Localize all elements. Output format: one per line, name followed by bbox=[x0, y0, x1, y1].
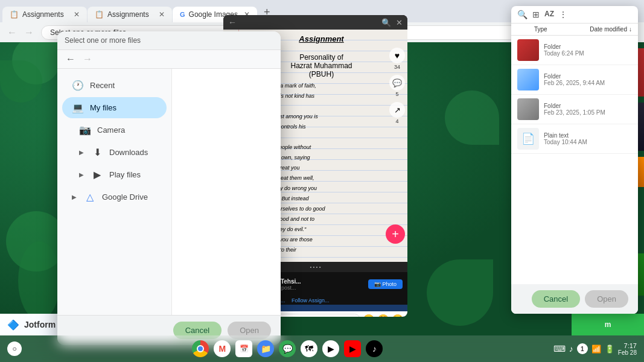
item3-thumb bbox=[517, 98, 539, 120]
item2-thumb bbox=[517, 69, 539, 91]
item4-thumb: 📄 bbox=[517, 128, 539, 150]
files-icon: 📁 bbox=[257, 340, 274, 357]
back-button[interactable]: ← bbox=[5, 26, 19, 39]
taskbar-chrome[interactable] bbox=[191, 339, 210, 358]
gp-list-item-3[interactable]: Folder Feb 23, 2025, 1:05 PM bbox=[511, 95, 638, 124]
item3-date: Feb 23, 2025, 1:05 PM bbox=[544, 109, 632, 116]
gp-spacer bbox=[511, 160, 638, 284]
taskbar-files[interactable]: 📁 bbox=[256, 339, 275, 358]
sidebar-item-camera[interactable]: 📷 Camera bbox=[62, 119, 167, 141]
sort-arrow-icon: ↓ bbox=[629, 26, 632, 33]
gp-footer: Cancel Open bbox=[511, 284, 638, 314]
comment-action[interactable]: 💬 5 bbox=[389, 75, 405, 97]
gp-list-item-4[interactable]: 📄 Plain text Today 10:44 AM bbox=[511, 124, 638, 154]
google-files-panel: 🔍 ⊞ AZ ⋮ Type Date modified ↓ Folder Tod… bbox=[511, 6, 638, 314]
taskbar-play[interactable]: ▶ bbox=[321, 339, 340, 358]
forward-button[interactable]: → bbox=[22, 26, 36, 39]
tab1-close[interactable]: ✕ bbox=[74, 10, 80, 19]
my-files-icon: 💻 bbox=[72, 102, 84, 113]
tiktok-icon: ♪ bbox=[366, 340, 383, 357]
item1-date: Today 6:24 PM bbox=[544, 50, 632, 57]
browser-tab-2[interactable]: 📋 Assignments ✕ bbox=[88, 7, 172, 22]
gp-list-item-1[interactable]: Folder Today 6:24 PM bbox=[511, 36, 638, 65]
share-action[interactable]: ↗ 4 bbox=[389, 102, 405, 124]
jotform-icon: 🔷 bbox=[7, 319, 19, 331]
sidebar-item-google-drive[interactable]: ▶ △ Google Drive bbox=[62, 186, 167, 208]
sound-icon[interactable]: ♪ bbox=[569, 344, 573, 354]
sidebar-item-recent[interactable]: 🕐 Recent bbox=[62, 75, 167, 96]
sidebar-item-downloads[interactable]: ▶ ⬇ Downloads bbox=[62, 142, 167, 163]
date-display: Feb 28 bbox=[618, 349, 637, 356]
sidebar-item-camera-label: Camera bbox=[97, 125, 125, 135]
keyboard-icon[interactable]: ⌨ bbox=[553, 344, 566, 354]
clover-decor-6 bbox=[427, 259, 493, 326]
item4-type: Plain text bbox=[544, 132, 632, 139]
sidebar-item-my-files-label: My files bbox=[90, 103, 116, 112]
green-btn-label: m bbox=[605, 320, 611, 329]
emoji-laugh[interactable]: 😂 bbox=[392, 314, 404, 317]
green-action-btn[interactable]: m bbox=[572, 314, 644, 335]
tab3-favicon: G bbox=[180, 11, 185, 18]
share-icon: ↗ bbox=[389, 102, 405, 118]
add-fab-button[interactable]: + bbox=[386, 224, 405, 244]
taskbar-calendar[interactable]: 📅 bbox=[234, 339, 253, 358]
dialog-title: Select one or more files bbox=[65, 36, 141, 45]
notification-badge[interactable]: 1 bbox=[577, 343, 588, 354]
taskbar-right: ⌨ ♪ 1 📶 🔋 7:17 Feb 28 bbox=[553, 342, 637, 356]
gp-toolbar: 🔍 ⊞ AZ ⋮ bbox=[511, 6, 638, 24]
gp-list-item-2[interactable]: Folder Feb 26, 2025, 9:44 AM bbox=[511, 65, 638, 95]
gp-file-list: Folder Today 6:24 PM Folder Feb 26, 2025… bbox=[511, 36, 638, 160]
emoji-heart-eyes[interactable]: 😍 bbox=[377, 314, 389, 317]
fp-nav-row: ← → bbox=[57, 50, 281, 69]
downloads-expand-arrow: ▶ bbox=[79, 149, 84, 156]
maps-icon: 🗺 bbox=[301, 340, 317, 357]
tab2-label: Assignments bbox=[107, 10, 149, 19]
battery-icon: 🔋 bbox=[605, 345, 614, 354]
taskbar-tiktok[interactable]: ♪ bbox=[365, 339, 384, 358]
photo-follow-button[interactable]: 📷 Photo bbox=[368, 279, 403, 289]
messages-icon: 💬 bbox=[279, 340, 296, 357]
taskbar-messages[interactable]: 💬 bbox=[278, 339, 297, 358]
taskbar-left: ○ bbox=[7, 341, 22, 356]
fp-sidebar: 🕐 Recent 💻 My files 📷 Camera ▶ ⬇ Downloa… bbox=[57, 69, 172, 315]
clover-decor-2 bbox=[0, 60, 42, 103]
taskbar-maps[interactable]: 🗺 bbox=[299, 339, 319, 358]
fp-main-area bbox=[172, 69, 281, 315]
tab2-favicon: 📋 bbox=[95, 10, 104, 19]
search-icon[interactable]: 🔍 bbox=[517, 10, 528, 19]
browser-tab-1[interactable]: 📋 Assignments ✕ bbox=[2, 7, 87, 22]
grid-icon[interactable]: ⊞ bbox=[532, 10, 540, 19]
gp-open-button[interactable]: Open bbox=[585, 290, 628, 308]
sidebar-item-play-files[interactable]: ▶ ▶ Play files bbox=[62, 164, 167, 185]
overlay-topbar: ← 🔍 ✕ bbox=[223, 15, 407, 30]
fp-back-button[interactable]: ← bbox=[62, 52, 79, 66]
chrome-circle-icon[interactable]: ○ bbox=[7, 341, 22, 356]
fp-forward-button[interactable]: → bbox=[79, 52, 96, 66]
drive-icon: △ bbox=[84, 191, 96, 203]
taskbar-center: M 📅 📁 💬 🗺 ▶ ▶ ♪ bbox=[191, 339, 384, 358]
overlay-search-button[interactable]: 🔍 bbox=[381, 18, 391, 27]
overlay-close-button[interactable]: ✕ bbox=[396, 18, 403, 27]
youtube-icon: ▶ bbox=[344, 340, 361, 357]
overlay-back-button[interactable]: ← bbox=[228, 17, 237, 27]
like-action[interactable]: ♥ 34 bbox=[389, 48, 405, 70]
sort-az-icon[interactable]: AZ bbox=[544, 10, 554, 19]
emoji-smile[interactable]: 😊 bbox=[363, 314, 375, 317]
follow-assign-link[interactable]: Follow Assign... bbox=[292, 297, 330, 303]
play-icon: ▶ bbox=[322, 340, 339, 357]
chrome-icon bbox=[192, 340, 209, 357]
taskbar-youtube[interactable]: ▶ bbox=[343, 339, 362, 358]
clover-decor-4 bbox=[18, 241, 60, 320]
gp-cancel-button[interactable]: Cancel bbox=[532, 290, 580, 308]
taskbar-gmail[interactable]: M bbox=[212, 339, 232, 358]
overlay-controls: 🔍 ✕ bbox=[381, 18, 403, 27]
tab2-close[interactable]: ✕ bbox=[159, 10, 165, 19]
more-icon[interactable]: ⋮ bbox=[559, 10, 567, 19]
sidebar-item-downloads-label: Downloads bbox=[109, 148, 148, 157]
sidebar-item-drive-label: Google Drive bbox=[102, 192, 148, 202]
col-date-header[interactable]: Date modified ↓ bbox=[590, 26, 632, 33]
tab1-favicon: 📋 bbox=[10, 10, 19, 19]
play-expand-arrow: ▶ bbox=[79, 171, 84, 178]
time-display: 7:17 bbox=[624, 342, 637, 349]
sidebar-item-my-files[interactable]: 💻 My files bbox=[62, 97, 167, 118]
